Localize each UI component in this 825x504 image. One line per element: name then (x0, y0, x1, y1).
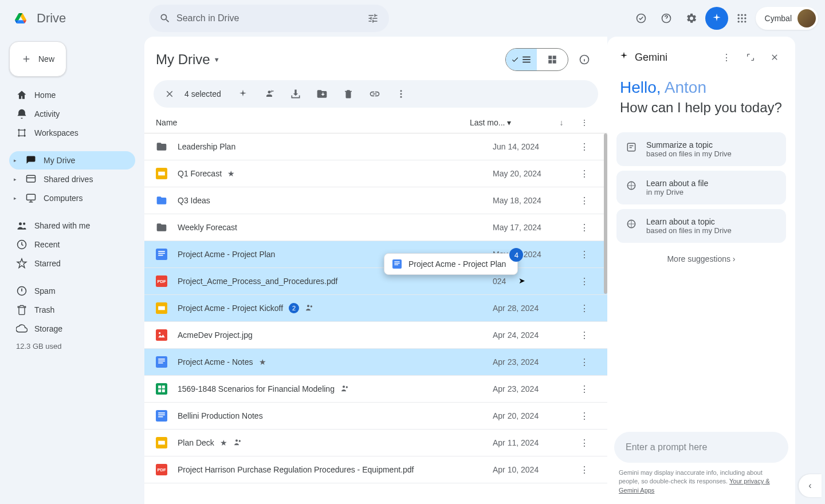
file-row[interactable]: 1569-1848 Scenarios for Financial Modeli… (144, 376, 607, 403)
suggestion-card[interactable]: Learn about a filein my Drive (616, 171, 786, 204)
sort-arrow-icon[interactable]: ↓ (550, 118, 573, 127)
file-list[interactable]: Leadership PlanJun 14, 2024⋮Q1 Forecast … (144, 133, 607, 500)
delete-icon[interactable] (337, 82, 360, 105)
file-row[interactable]: Weekly ForecastMay 17, 2024⋮ (144, 214, 607, 241)
svg-rect-34 (158, 306, 165, 310)
svg-rect-28 (158, 251, 165, 252)
search-icon[interactable] (154, 7, 176, 30)
file-more-icon[interactable]: ⋮ (573, 411, 596, 422)
suggestion-title: Learn about a topic (646, 217, 732, 226)
file-more-icon[interactable]: ⋮ (573, 384, 596, 395)
prompt-input[interactable]: Enter a prompt here (614, 432, 788, 463)
gemini-spark-icon (619, 51, 629, 64)
sidebar-item-trash[interactable]: Trash (9, 301, 135, 319)
col-more-icon[interactable]: ⋮ (573, 118, 596, 127)
file-more-icon[interactable]: ⋮ (573, 357, 596, 368)
list-view-button[interactable] (506, 49, 537, 70)
file-type-icon (156, 410, 167, 422)
file-row[interactable]: PDFProject_Acme_Process_and_Procedures.p… (144, 268, 607, 295)
sidebar-item-label: My Drive (44, 156, 75, 165)
gemini-close-icon[interactable] (765, 48, 784, 66)
file-date: Apr 10, 2024 (493, 465, 573, 474)
suggestion-icon (624, 179, 638, 192)
gemini-spark-icon[interactable] (705, 7, 728, 30)
file-more-icon[interactable]: ⋮ (573, 276, 596, 287)
sidebar-item-label: Activity (34, 109, 60, 119)
sidebar-item-workspaces[interactable]: Workspaces (9, 124, 135, 142)
shared-icon (233, 438, 242, 448)
clear-selection-button[interactable] (158, 82, 181, 105)
file-more-icon[interactable]: ⋮ (573, 464, 596, 475)
offline-icon[interactable] (630, 7, 653, 30)
apps-icon[interactable] (730, 7, 753, 30)
file-date: Apr 24, 2024 (493, 330, 573, 340)
new-button[interactable]: New (9, 41, 66, 77)
file-row[interactable]: Project Acme - Project PlanMay 17, 2024⋮ (144, 241, 607, 268)
file-row[interactable]: AcmeDev Project.jpgApr 24, 2024⋮ (144, 322, 607, 349)
file-row[interactable]: Project Acme - Notes ★Apr 23, 2024⋮ (144, 349, 607, 376)
sidebar-item-label: Recent (34, 240, 60, 249)
search-input[interactable] (176, 13, 362, 23)
drive-logo-icon[interactable] (9, 7, 32, 30)
suggestion-title: Learn about a file (646, 179, 708, 188)
svg-point-36 (311, 305, 312, 307)
file-row[interactable]: Q3 IdeasMay 18, 2024⋮ (144, 187, 607, 214)
file-type-icon (156, 329, 167, 341)
grid-view-button[interactable] (537, 49, 568, 70)
more-suggestions[interactable]: More suggestions › (614, 247, 788, 270)
share-icon[interactable] (258, 82, 281, 105)
sidebar-item-home[interactable]: Home (9, 86, 135, 104)
suggestion-card[interactable]: Summarize a topicbased on files in my Dr… (616, 132, 786, 166)
gemini-more-icon[interactable]: ⋮ (717, 48, 736, 66)
sidebar-item-spam[interactable]: Spam (9, 282, 135, 300)
file-more-icon[interactable]: ⋮ (573, 303, 596, 314)
sidebar-item-recent[interactable]: Recent (9, 235, 135, 254)
search-options-icon[interactable] (362, 7, 384, 30)
file-more-icon[interactable]: ⋮ (573, 330, 596, 341)
sidebar-item-starred[interactable]: Starred (9, 254, 135, 273)
file-row[interactable]: Bellini Production NotesApr 20, 2024⋮ (144, 403, 607, 430)
file-more-icon[interactable]: ⋮ (573, 168, 596, 179)
link-icon[interactable] (363, 82, 386, 105)
sidebar-item-shared-with-me[interactable]: Shared with me (9, 216, 135, 235)
file-row[interactable]: Q1 Forecast ★May 20, 2024⋮ (144, 160, 607, 187)
file-row[interactable]: Leadership PlanJun 14, 2024⋮ (144, 133, 607, 160)
file-row[interactable]: Project Acme - Project Kickoff 2 Apr 28,… (144, 295, 607, 322)
file-more-icon[interactable]: ⋮ (573, 195, 596, 206)
suggestion-card[interactable]: Learn about a topicbased on files in my … (616, 209, 786, 243)
svg-rect-44 (158, 385, 161, 388)
info-icon[interactable] (573, 48, 596, 71)
chevron-down-icon: ▼ (214, 56, 220, 63)
col-name[interactable]: Name (156, 118, 470, 127)
move-icon[interactable] (311, 82, 333, 105)
account-chip[interactable]: Cymbal (756, 7, 818, 30)
sidebar-item-computers[interactable]: Computers (9, 189, 135, 207)
settings-icon[interactable] (680, 7, 703, 30)
download-icon[interactable] (284, 82, 307, 105)
file-more-icon[interactable]: ⋮ (573, 141, 596, 152)
star-icon: ★ (259, 357, 266, 367)
folder-title[interactable]: My Drive ▼ (156, 52, 220, 68)
file-row[interactable]: Plan Deck ★ Apr 11, 2024⋮ (144, 430, 607, 456)
sidebar-item-activity[interactable]: Activity (9, 105, 135, 123)
sidebar-item-label: Computers (44, 194, 82, 203)
more-icon[interactable] (390, 82, 412, 105)
file-type-icon (156, 383, 167, 395)
sidebar-item-shared-drives[interactable]: Shared drives (9, 170, 135, 188)
sidebar-item-storage[interactable]: Storage (9, 320, 135, 338)
file-more-icon[interactable]: ⋮ (573, 438, 596, 448)
file-more-icon[interactable]: ⋮ (573, 249, 596, 260)
help-icon[interactable] (655, 7, 678, 30)
search-bar (149, 5, 389, 32)
svg-point-56 (235, 439, 238, 442)
file-more-icon[interactable]: ⋮ (573, 222, 596, 233)
gemini-action-icon[interactable] (231, 82, 254, 105)
svg-rect-27 (156, 249, 167, 260)
file-row[interactable]: PDFProject Harrison Purchase Regulation … (144, 456, 607, 483)
sidebar-item-my-drive[interactable]: My Drive (9, 151, 135, 170)
gemini-expand-icon[interactable] (741, 48, 760, 66)
col-modified[interactable]: Last mo... ▾ (470, 118, 550, 127)
file-type-icon (156, 437, 167, 448)
hide-panel-icon[interactable]: ‹ (799, 474, 822, 497)
gemini-panel: Gemini ⋮ Hello, Anton How can I help you… (607, 37, 795, 504)
